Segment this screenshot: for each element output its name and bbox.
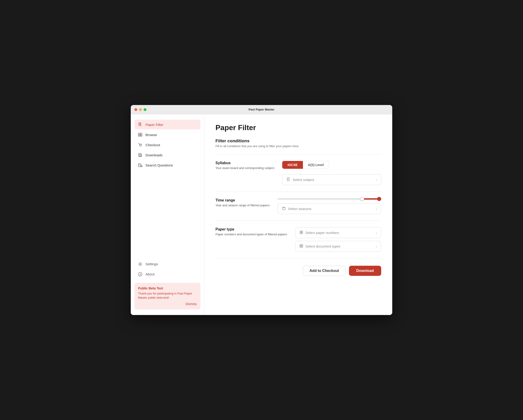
filter-icon bbox=[138, 122, 143, 127]
paper-type-description: Paper numbers and document types of filt… bbox=[215, 232, 288, 237]
subject-chevron-icon: › bbox=[376, 178, 377, 182]
paper-type-label-col: Paper type Paper numbers and document ty… bbox=[215, 227, 288, 237]
paper-type-controls: Select paper numbers › bbox=[295, 227, 381, 252]
download-button[interactable]: Download bbox=[349, 266, 381, 276]
beta-card: Public Beta Test Thank you for participa… bbox=[134, 283, 201, 309]
maximize-button[interactable] bbox=[144, 108, 147, 111]
syllabus-toggle-group: IGCSE A(S) Level bbox=[282, 161, 381, 169]
settings-icon bbox=[138, 262, 143, 267]
paper-type-row: Paper type Paper numbers and document ty… bbox=[215, 227, 381, 252]
sidebar-item-downloads[interactable]: Downloads bbox=[134, 150, 201, 160]
sidebar-nav: Paper Filter Browse bbox=[134, 120, 201, 259]
app-window: Past Paper Master Paper Filter bbox=[131, 105, 392, 315]
paper-numbers-chevron-icon: › bbox=[376, 231, 377, 235]
sidebar-item-about[interactable]: About bbox=[134, 269, 201, 279]
divider-3 bbox=[215, 221, 381, 221]
divider-1 bbox=[215, 154, 381, 155]
range-handle-left[interactable] bbox=[360, 197, 364, 201]
time-range-label: Time range bbox=[215, 198, 270, 202]
traffic-lights bbox=[134, 108, 147, 111]
close-button[interactable] bbox=[134, 108, 137, 111]
toggle-as-level[interactable]: A(S) Level bbox=[303, 161, 329, 169]
select-paper-numbers-placeholder: Select paper numbers bbox=[305, 231, 339, 235]
sidebar-item-settings[interactable]: Settings bbox=[134, 259, 201, 269]
syllabus-controls: IGCSE A(S) Level bbox=[282, 161, 381, 185]
time-range-controls: Select seasons › bbox=[278, 198, 381, 214]
sidebar-label-search-questions: Search Questions bbox=[146, 163, 173, 167]
search-questions-icon bbox=[138, 163, 143, 168]
sidebar: Paper Filter Browse bbox=[131, 114, 204, 315]
svg-line-12 bbox=[142, 166, 142, 167]
svg-rect-33 bbox=[302, 246, 303, 247]
minimize-button[interactable] bbox=[139, 108, 142, 111]
document-types-icon bbox=[300, 244, 303, 248]
select-seasons-placeholder: Select seasons bbox=[288, 207, 311, 211]
page-title: Paper Filter bbox=[215, 124, 381, 132]
svg-rect-0 bbox=[139, 123, 141, 125]
browse-icon bbox=[138, 132, 143, 137]
actions-row: Add to Checkout Download bbox=[215, 266, 381, 276]
downloads-icon bbox=[138, 152, 143, 157]
document-types-chevron-icon: › bbox=[376, 245, 377, 248]
svg-rect-26 bbox=[300, 231, 301, 232]
svg-rect-28 bbox=[300, 233, 301, 234]
svg-rect-5 bbox=[138, 135, 140, 136]
select-document-types-btn[interactable]: Select document types › bbox=[295, 241, 381, 252]
divider-2 bbox=[215, 192, 381, 192]
svg-rect-3 bbox=[138, 133, 140, 135]
svg-point-17 bbox=[140, 273, 140, 273]
svg-rect-6 bbox=[140, 135, 142, 136]
syllabus-description: Your exam board and corresponding subjec… bbox=[215, 166, 275, 170]
filter-conditions-subtitle: Fill in all conditions that you are usin… bbox=[215, 144, 381, 148]
svg-rect-31 bbox=[302, 245, 303, 246]
svg-rect-4 bbox=[140, 133, 142, 135]
select-seasons-btn[interactable]: Select seasons › bbox=[278, 203, 381, 214]
sidebar-label-settings: Settings bbox=[146, 262, 158, 266]
app-body: Paper Filter Browse bbox=[131, 114, 392, 315]
time-range-description: Year and season range of filtered papers… bbox=[215, 203, 270, 207]
select-subject-btn[interactable]: Select subject › bbox=[282, 174, 381, 185]
toggle-igcse[interactable]: IGCSE bbox=[282, 161, 303, 169]
window-title: Past Paper Master bbox=[249, 108, 275, 111]
add-to-checkout-button[interactable]: Add to Checkout bbox=[303, 266, 346, 276]
svg-rect-22 bbox=[282, 207, 285, 210]
sidebar-item-browse[interactable]: Browse bbox=[134, 130, 201, 140]
year-range-slider[interactable] bbox=[278, 198, 381, 200]
range-handle-right[interactable] bbox=[377, 197, 381, 201]
paper-numbers-icon bbox=[300, 231, 303, 235]
beta-card-title: Public Beta Test bbox=[138, 287, 197, 290]
seasons-icon bbox=[282, 206, 286, 211]
subject-icon bbox=[286, 178, 290, 182]
sidebar-item-paper-filter[interactable]: Paper Filter bbox=[134, 120, 201, 129]
sidebar-label-paper-filter: Paper Filter bbox=[146, 123, 163, 127]
svg-rect-29 bbox=[302, 233, 303, 234]
divider-4 bbox=[215, 258, 381, 258]
svg-point-7 bbox=[140, 146, 140, 147]
sidebar-label-browse: Browse bbox=[146, 133, 157, 137]
range-track bbox=[278, 198, 381, 200]
svg-rect-27 bbox=[302, 231, 303, 232]
paper-type-label: Paper type bbox=[215, 227, 288, 231]
select-document-types-placeholder: Select document types bbox=[305, 244, 340, 248]
select-paper-numbers-btn[interactable]: Select paper numbers › bbox=[295, 227, 381, 238]
svg-point-15 bbox=[140, 264, 141, 264]
sidebar-label-downloads: Downloads bbox=[146, 153, 163, 157]
time-range-label-col: Time range Year and season range of filt… bbox=[215, 198, 270, 207]
svg-rect-30 bbox=[300, 245, 301, 246]
syllabus-label: Syllabus bbox=[215, 161, 275, 165]
svg-rect-32 bbox=[300, 246, 301, 247]
sidebar-bottom: Settings About Public Beta Test Thank y bbox=[134, 259, 201, 309]
dismiss-button[interactable]: Dismiss bbox=[138, 302, 197, 306]
time-range-row: Time range Year and season range of filt… bbox=[215, 198, 381, 214]
svg-point-8 bbox=[141, 146, 141, 147]
syllabus-row: Syllabus Your exam board and correspondi… bbox=[215, 161, 381, 185]
syllabus-label-col: Syllabus Your exam board and correspondi… bbox=[215, 161, 275, 170]
select-subject-placeholder: Select subject bbox=[293, 178, 314, 182]
filter-conditions-heading: Filter conditions bbox=[215, 138, 381, 143]
sidebar-item-checkout[interactable]: Checkout bbox=[134, 140, 201, 150]
sidebar-label-checkout: Checkout bbox=[146, 143, 160, 147]
sidebar-item-search-questions[interactable]: Search Questions bbox=[134, 160, 201, 170]
beta-card-text: Thank you for participating in Past Pape… bbox=[138, 291, 197, 300]
main-content: Paper Filter Filter conditions Fill in a… bbox=[204, 114, 392, 315]
checkout-icon bbox=[138, 142, 143, 147]
